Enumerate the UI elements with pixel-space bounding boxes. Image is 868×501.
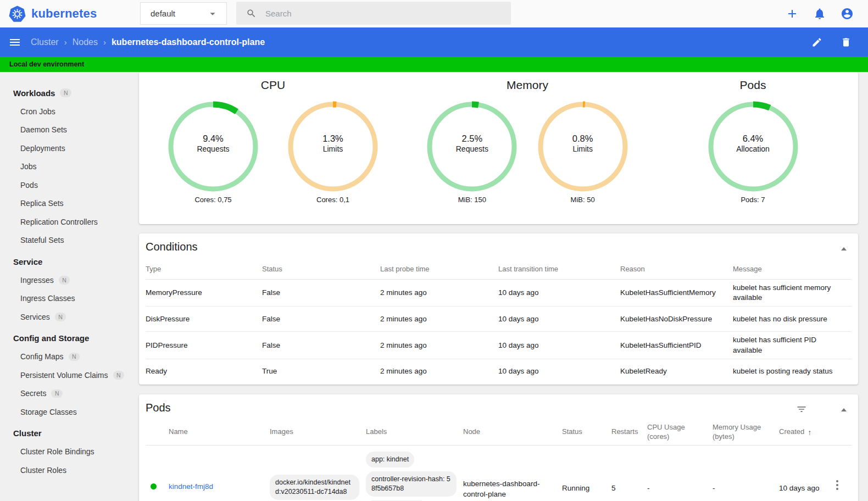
pods-col-images[interactable]: Images bbox=[270, 420, 366, 445]
allocation-card: CPU 9.4% Requests bbox=[139, 72, 858, 224]
sidebar-item-label: Replica Sets bbox=[20, 199, 64, 208]
donut-footer: Pods: 7 bbox=[741, 196, 765, 204]
sidebar-item-label: Ingress Classes bbox=[20, 294, 75, 303]
conditions-collapse-button[interactable] bbox=[838, 243, 849, 254]
pods-col-memory[interactable]: Memory Usage (bytes) bbox=[713, 420, 779, 445]
plus-icon bbox=[786, 7, 799, 20]
sidebar-item-label: Stateful Sets bbox=[20, 236, 64, 244]
pods-header-row: Name Images Labels Node Status Restarts … bbox=[146, 420, 852, 446]
pods-filter-button[interactable] bbox=[795, 403, 808, 415]
donut-value: 2.5% bbox=[462, 133, 483, 144]
sidebar-item-replica-sets[interactable]: Replica Sets bbox=[0, 194, 130, 213]
sidebar-item-label: Secrets bbox=[20, 389, 46, 398]
sidebar-nav: Workloads N Cron Jobs Daemon Sets Deploy… bbox=[0, 72, 130, 501]
user-account-button[interactable] bbox=[841, 7, 854, 20]
pods-col-labels[interactable]: Labels bbox=[366, 420, 463, 445]
donut-value: 0.8% bbox=[572, 133, 593, 144]
conditions-col-probe: Last probe time bbox=[380, 259, 498, 279]
create-resource-button[interactable] bbox=[786, 7, 799, 20]
search-input[interactable] bbox=[265, 9, 485, 18]
pod-cpu-cell: - bbox=[647, 446, 713, 501]
namespace-selector[interactable]: default bbox=[140, 2, 227, 25]
sidebar-item-storage-classes[interactable]: Storage Classes bbox=[0, 403, 130, 421]
pencil-icon bbox=[811, 37, 822, 48]
namespace-value: default bbox=[151, 9, 175, 18]
conditions-col-status: Status bbox=[262, 259, 380, 279]
sidebar-item-persistent-volume-claims[interactable]: Persistent Volume Claims N bbox=[0, 366, 130, 385]
pod-restarts-cell: 5 bbox=[611, 446, 647, 501]
sidebar-item-cron-jobs[interactable]: Cron Jobs bbox=[0, 102, 130, 121]
sidebar-item-label: Services bbox=[20, 313, 50, 321]
pods-collapse-button[interactable] bbox=[838, 404, 849, 415]
hamburger-icon bbox=[8, 36, 21, 49]
bell-icon bbox=[813, 7, 826, 20]
pods-col-name[interactable]: Name bbox=[169, 420, 270, 445]
breadcrumb-nodes[interactable]: Nodes bbox=[73, 37, 98, 47]
top-bar: kubernetes default bbox=[0, 0, 868, 27]
pods-col-created[interactable]: Created ↑ bbox=[779, 420, 830, 445]
donut-value: 6.4% bbox=[743, 133, 764, 144]
sidebar-item-cluster-roles[interactable]: Cluster Roles bbox=[0, 461, 130, 480]
sidebar-item-ingress-classes[interactable]: Ingress Classes bbox=[0, 290, 130, 308]
sidebar-section-workloads[interactable]: Workloads N bbox=[0, 84, 130, 102]
sidebar-item-stateful-sets[interactable]: Stateful Sets bbox=[0, 231, 130, 250]
condition-probe-time: 2 minutes ago bbox=[380, 332, 498, 358]
menu-toggle-button[interactable] bbox=[8, 36, 21, 49]
sidebar-item-config-maps[interactable]: Config Maps N bbox=[0, 348, 130, 366]
pods-col-cpu[interactable]: CPU Usage (cores) bbox=[647, 420, 713, 445]
pod-name-link[interactable]: kindnet-fmj8d bbox=[169, 482, 213, 492]
pods-col-node[interactable]: Node bbox=[463, 420, 562, 445]
pod-created-value: 10 days ago bbox=[779, 483, 820, 494]
pods-col-status[interactable]: Status bbox=[562, 420, 611, 445]
notifications-button[interactable] bbox=[813, 7, 826, 20]
sidebar-section-label: Service bbox=[13, 257, 42, 266]
breadcrumb-separator: › bbox=[103, 37, 106, 47]
donut-memory-requests: 2.5% Requests MiB: 150 bbox=[426, 101, 518, 204]
delete-resource-button[interactable] bbox=[839, 36, 853, 49]
condition-message: kubelet has no disk pressure bbox=[733, 307, 852, 331]
condition-probe-time: 2 minutes ago bbox=[380, 280, 498, 306]
sidebar-item-label: Config Maps bbox=[20, 352, 64, 361]
sort-ascending-icon: ↑ bbox=[808, 427, 811, 437]
breadcrumb-separator: › bbox=[64, 37, 67, 47]
trash-icon bbox=[841, 37, 852, 48]
search-bar[interactable] bbox=[236, 2, 511, 25]
condition-transition-time: 10 days ago bbox=[498, 359, 620, 384]
namespaced-badge: N bbox=[113, 371, 125, 380]
pod-row-menu-button[interactable] bbox=[830, 480, 845, 490]
app-bar: Cluster › Nodes › kubernetes-dashboard-c… bbox=[0, 27, 868, 57]
condition-probe-time: 2 minutes ago bbox=[380, 359, 498, 384]
filter-list-icon bbox=[796, 404, 807, 415]
sidebar-item-deployments[interactable]: Deployments bbox=[0, 139, 130, 158]
sidebar-item-cluster-role-bindings[interactable]: Cluster Role Bindings bbox=[0, 443, 130, 461]
condition-type: MemoryPressure bbox=[146, 280, 262, 306]
sidebar-section-label: Config and Storage bbox=[13, 333, 89, 343]
sidebar-item-daemon-sets[interactable]: Daemon Sets bbox=[0, 121, 130, 140]
kubernetes-logo-link[interactable]: kubernetes bbox=[0, 5, 97, 23]
pod-restarts-value: 5 bbox=[611, 483, 616, 494]
sidebar-item-ingresses[interactable]: Ingresses N bbox=[0, 271, 130, 290]
content-shell: Workloads N Cron Jobs Daemon Sets Deploy… bbox=[0, 72, 868, 501]
environment-banner-text: Local dev environment bbox=[9, 60, 84, 68]
sidebar-item-secrets[interactable]: Secrets N bbox=[0, 385, 130, 403]
donut-footer: MiB: 150 bbox=[458, 196, 486, 204]
sidebar-section-service: Service bbox=[0, 252, 130, 271]
pod-memory-value: - bbox=[713, 483, 715, 494]
namespaced-badge: N bbox=[51, 389, 63, 398]
breadcrumb-cluster[interactable]: Cluster bbox=[31, 37, 59, 47]
sidebar-item-replication-controllers[interactable]: Replication Controllers bbox=[0, 213, 130, 231]
sidebar-item-services[interactable]: Services N bbox=[0, 308, 130, 326]
sidebar-item-jobs[interactable]: Jobs bbox=[0, 158, 130, 176]
pod-node-name: kubernetes-dashboard-control-plane bbox=[463, 479, 555, 500]
condition-row-memory-pressure: MemoryPressure False 2 minutes ago 10 da… bbox=[146, 280, 852, 307]
edit-resource-button[interactable] bbox=[810, 36, 824, 49]
donut-footer: Cores: 0,1 bbox=[316, 196, 349, 204]
pod-status-dot-cell bbox=[146, 446, 169, 501]
kubernetes-dashboard: kubernetes default bbox=[0, 0, 868, 501]
pod-name-cell: kindnet-fmj8d bbox=[169, 446, 270, 501]
sidebar-item-pods[interactable]: Pods bbox=[0, 176, 130, 194]
pods-col-restarts[interactable]: Restarts bbox=[611, 420, 647, 445]
pods-col-created-label: Created bbox=[779, 427, 804, 437]
condition-status: False bbox=[262, 307, 380, 331]
search-icon bbox=[246, 8, 257, 19]
